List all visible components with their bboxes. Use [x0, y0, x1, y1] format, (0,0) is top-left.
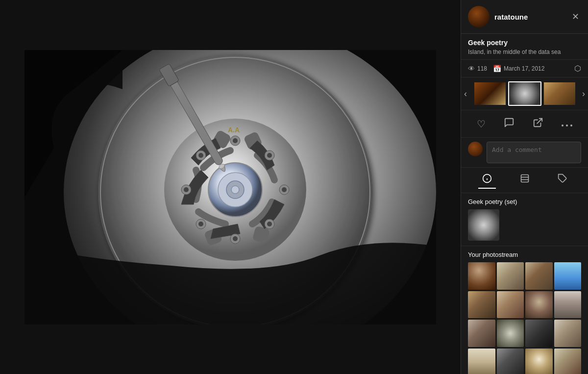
svg-point-36 — [566, 125, 568, 126]
comment-avatar — [468, 142, 483, 156]
views-count: 118 — [477, 65, 487, 72]
share-external-button[interactable] — [529, 115, 547, 132]
user-info: ratatoune — [468, 6, 528, 27]
stream-thumb-8[interactable] — [554, 291, 582, 319]
stream-thumb-10[interactable] — [497, 320, 524, 347]
stream-thumb-13[interactable] — [468, 349, 495, 374]
stream-thumb-16[interactable] — [554, 349, 582, 374]
meta-row: 👁 118 📅 March 17, 2012 ⬡ — [461, 60, 588, 77]
photostream-grid — [468, 262, 581, 374]
views-meta: 👁 118 — [468, 65, 487, 73]
thumbnail-1[interactable] — [473, 81, 507, 106]
prev-arrow[interactable]: ‹ — [463, 89, 468, 99]
svg-point-25 — [267, 222, 272, 226]
stream-thumb-14[interactable] — [497, 349, 524, 374]
svg-point-21 — [267, 153, 272, 158]
main-photo: A.A — [24, 50, 436, 324]
stream-thumb-9[interactable] — [468, 320, 495, 347]
svg-line-34 — [537, 119, 542, 124]
action-bar: ♡ — [461, 110, 588, 138]
stream-thumb-12[interactable] — [554, 320, 582, 347]
photostream-title: Your photostream — [468, 251, 581, 258]
share-button[interactable]: ⬡ — [574, 64, 581, 73]
svg-point-17 — [233, 236, 238, 241]
sidebar: ratatoune ✕ Geek poetry Island, in the m… — [461, 0, 588, 374]
photo-area: A.A — [0, 0, 461, 374]
tab-bar — [461, 168, 588, 193]
comment-input[interactable] — [487, 142, 581, 163]
sidebar-header: ratatoune ✕ — [461, 0, 588, 34]
stream-thumb-1[interactable] — [468, 262, 495, 290]
next-arrow[interactable]: › — [581, 89, 586, 99]
svg-point-19 — [198, 153, 203, 158]
stream-thumb-6[interactable] — [497, 291, 524, 319]
svg-point-23 — [198, 222, 203, 226]
avatar[interactable] — [468, 6, 490, 27]
set-section: Geek poetry (set) — [461, 193, 588, 246]
comment-button[interactable] — [500, 115, 518, 132]
stream-thumb-11[interactable] — [525, 320, 553, 347]
stream-thumb-5[interactable] — [468, 291, 495, 319]
svg-point-37 — [570, 125, 572, 126]
svg-point-11 — [184, 187, 189, 192]
svg-text:A.A: A.A — [228, 126, 240, 134]
calendar-icon: 📅 — [493, 65, 501, 73]
stream-thumb-3[interactable] — [525, 262, 553, 290]
photo-title: Geek poetry — [468, 39, 581, 47]
date-meta: 📅 March 17, 2012 — [493, 65, 544, 73]
set-thumbnail[interactable] — [468, 209, 499, 241]
stream-thumb-4[interactable] — [554, 262, 582, 290]
photo-title-section: Geek poetry Island, in the middle of the… — [461, 34, 588, 60]
thumbnail-container — [469, 81, 580, 106]
tag-tab[interactable] — [554, 172, 571, 189]
photo-subtitle: Island, in the middle of the data sea — [468, 49, 581, 55]
photo-date: March 17, 2012 — [504, 65, 544, 72]
thumbnail-3[interactable] — [543, 81, 576, 106]
comment-section — [461, 138, 588, 168]
svg-point-29 — [231, 186, 239, 194]
info-tab[interactable] — [478, 172, 496, 189]
thumbnail-2[interactable] — [508, 81, 541, 106]
photostream-section: Your photostream — [461, 246, 588, 374]
thumbnails-strip: ‹ › — [461, 77, 588, 110]
gallery-tab[interactable] — [516, 172, 534, 189]
username: ratatoune — [494, 13, 528, 21]
svg-rect-41 — [521, 175, 528, 182]
svg-point-13 — [282, 187, 287, 192]
stream-thumb-7[interactable] — [525, 291, 553, 319]
set-title: Geek poetry (set) — [468, 198, 581, 205]
eye-icon: 👁 — [468, 65, 475, 73]
close-button[interactable]: ✕ — [570, 9, 581, 24]
stream-thumb-2[interactable] — [497, 262, 524, 290]
stream-thumb-15[interactable] — [525, 349, 553, 374]
more-button[interactable] — [558, 116, 576, 131]
svg-point-35 — [562, 125, 564, 126]
favorite-button[interactable]: ♡ — [473, 116, 490, 132]
svg-point-15 — [233, 138, 238, 143]
